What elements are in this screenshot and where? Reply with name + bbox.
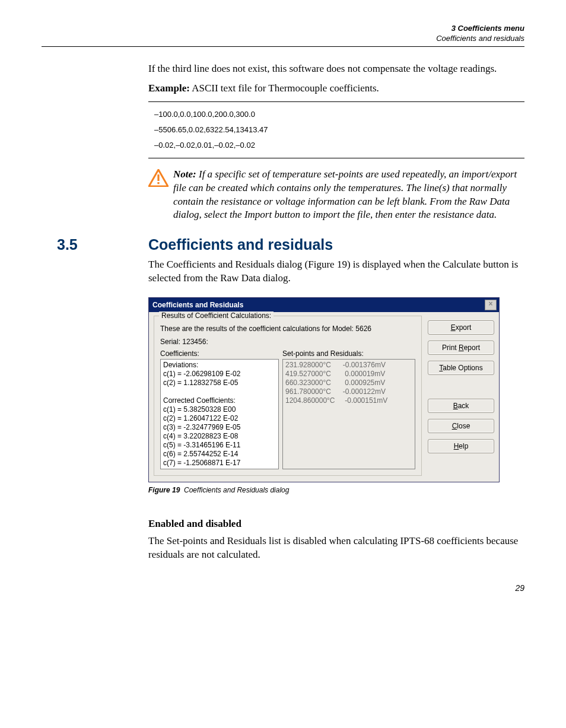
header-rule: [42, 46, 524, 47]
code-line-1: –100.0,0.0,100.0,200.0,300.0: [154, 107, 524, 122]
section-number: 3.5: [42, 236, 148, 253]
intro-paragraph: If the third line does not exist, this s…: [148, 62, 524, 76]
help-button[interactable]: Help: [428, 439, 494, 453]
close-button[interactable]: Close: [428, 419, 494, 433]
example-label: Example:: [148, 82, 190, 94]
figure-caption: Figure 19 Coefficients and Residuals dia…: [148, 486, 524, 494]
svg-rect-2: [157, 182, 159, 184]
section-heading: 3.5 Coefficients and residuals: [42, 236, 524, 253]
dialog-title-text: Coefficients and Residuals: [152, 301, 243, 309]
note-body: If a specific set of temperature set-poi…: [173, 169, 517, 221]
fieldset-legend: Results of Coefficient Calculations:: [159, 311, 274, 320]
warning-icon: [148, 169, 168, 187]
code-line-3: –0.02,–0.02,0.01,–0.02,–0.02: [154, 138, 524, 153]
example-text: ASCII text file for Thermocouple coeffic…: [190, 82, 379, 94]
close-icon[interactable]: ×: [485, 300, 497, 310]
export-button[interactable]: Export: [428, 320, 494, 335]
setpoints-label: Set-points and Residuals:: [282, 349, 415, 358]
code-line-2: –5506.65,0.02,6322.54,13413.47: [154, 122, 524, 138]
results-message-2: Serial: 123456:: [160, 338, 415, 346]
print-report-button[interactable]: Print Report: [428, 341, 494, 355]
note-label: Note:: [173, 169, 196, 180]
enabled-heading: Enabled and disabled: [148, 518, 524, 530]
warning-note: Note: If a specific set of temperature s…: [148, 168, 524, 222]
coefficients-label: Coefficients:: [160, 349, 279, 358]
figure-text: Coefficients and Residuals dialog: [184, 486, 289, 494]
svg-rect-1: [157, 174, 159, 181]
section-title: Coefficients and residuals: [148, 236, 333, 253]
section-intro: The Coefficients and Residuals dialog (F…: [148, 258, 524, 285]
back-button[interactable]: Back: [428, 399, 494, 413]
results-fieldset: Results of Coefficient Calculations: The…: [154, 316, 422, 476]
figure-label: Figure 19: [148, 486, 180, 494]
table-options-button[interactable]: Table Options: [428, 361, 494, 375]
header-chapter: 3 Coefficients menu: [42, 24, 524, 34]
example-line: Example: ASCII text file for Thermocoupl…: [148, 82, 524, 96]
results-message-1: These are the results of the coefficient…: [160, 325, 415, 333]
page-number: 29: [42, 583, 524, 593]
header-section: Coefficients and residuals: [42, 34, 524, 44]
dialog-titlebar: Coefficients and Residuals ×: [149, 298, 499, 312]
ascii-code-block: –100.0,0.0,100.0,200.0,300.0 –5506.65,0.…: [148, 101, 524, 158]
enabled-paragraph: The Set-points and Residuals list is dis…: [148, 535, 524, 562]
coefficients-dialog: Coefficients and Residuals × Results of …: [148, 297, 500, 482]
setpoints-list[interactable]: 231.928000°C -0.001376mV 419.527000°C 0.…: [282, 359, 415, 469]
coefficients-list[interactable]: Deviations: c(1) = -2.06298109 E-02 c(2)…: [160, 359, 279, 469]
